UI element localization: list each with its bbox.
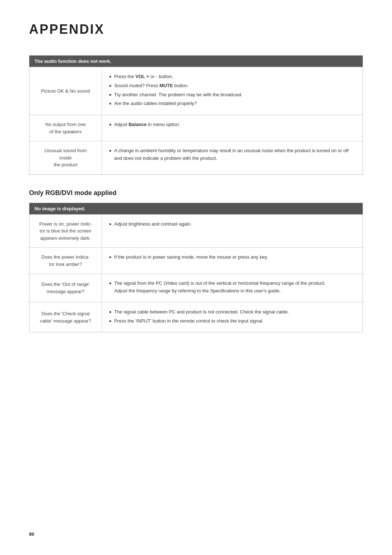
row-content-unusual-sound: A change in ambient humidity or temperat… <box>102 141 363 174</box>
row-label-picture-sound: Picture OK & No sound <box>29 67 102 115</box>
list-item: Press the VOL + or - button. <box>109 73 355 81</box>
row-label-power-amber: Does the power indica-tor look amber? <box>29 248 102 274</box>
rgb-section-header: No image is displayed. <box>29 203 363 214</box>
row-label-no-output: No output from oneof the speakers <box>29 115 102 141</box>
table-row: Does the 'Out of range'message appear? T… <box>29 274 363 302</box>
row-content-out-of-range: The signal from the PC (Video card) is o… <box>102 274 363 302</box>
row-label-check-signal: Does the 'Check signalcable' message app… <box>29 303 102 332</box>
row-label-power-on: Power is on, power indic-tor is blue but… <box>29 215 102 248</box>
list-item: Sound muted? Press MUTE button. <box>109 82 355 90</box>
list-item: Try another channel. The problem may be … <box>109 91 355 99</box>
list-item: Press the 'INPUT' button in the remote c… <box>109 317 355 325</box>
row-content-picture-sound: Press the VOL + or - button. Sound muted… <box>102 67 363 115</box>
audio-section-header: The audio function does not work. <box>29 56 363 67</box>
row-content-check-signal: The signal cable between PC and product … <box>102 303 363 332</box>
rgb-section-subtitle: Only RGB/DVI mode applied <box>29 189 363 197</box>
table-row: Does the power indica-tor look amber? If… <box>29 247 363 274</box>
row-label-out-of-range: Does the 'Out of range'message appear? <box>29 274 102 302</box>
table-row: Picture OK & No sound Press the VOL + or… <box>29 67 363 115</box>
row-content-power-amber: If the product is in power saving mode, … <box>102 248 363 274</box>
list-item: Are the audio cables installed properly? <box>109 100 355 108</box>
list-item: Adjust brightness and contrast again. <box>109 220 355 228</box>
table-row: Power is on, power indic-tor is blue but… <box>29 214 363 248</box>
table-row: Does the 'Check signalcable' message app… <box>29 302 363 332</box>
row-content-power-on: Adjust brightness and contrast again. <box>102 215 363 248</box>
page-title: APPENDIX <box>29 22 363 37</box>
list-item: A change in ambient humidity or temperat… <box>109 147 355 162</box>
table-row: Unusual sound frominsidethe product A ch… <box>29 141 363 174</box>
page-number: 80 <box>29 531 34 537</box>
list-item: Adjust Balance in menu option. <box>109 121 355 129</box>
list-item: The signal from the PC (Video card) is o… <box>109 280 355 295</box>
list-item: The signal cable between PC and product … <box>109 308 355 316</box>
row-content-no-output: Adjust Balance in menu option. <box>102 115 363 141</box>
table-row: No output from oneof the speakers Adjust… <box>29 115 363 141</box>
rgb-section-table: No image is displayed. Power is on, powe… <box>29 203 363 333</box>
audio-section-table: The audio function does not work. Pictur… <box>29 55 363 175</box>
list-item: If the product is in power saving mode, … <box>109 254 355 261</box>
row-label-unusual-sound: Unusual sound frominsidethe product <box>29 141 102 174</box>
